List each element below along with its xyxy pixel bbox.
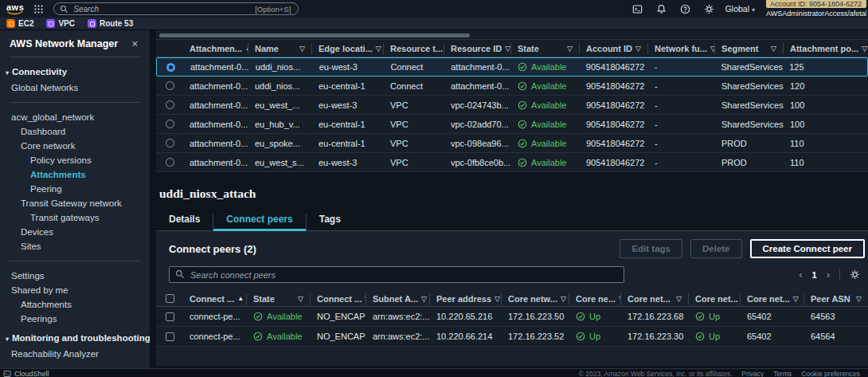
delete-button[interactable]: Delete <box>690 239 742 258</box>
settings-button[interactable] <box>704 4 714 14</box>
sidebar-item-devices[interactable]: Devices <box>0 225 150 239</box>
column-core-network-state-2[interactable]: Core net...▽ <box>689 293 741 304</box>
sidebar-item-attachments[interactable]: Attachments <box>0 167 150 182</box>
column-attachment-policy[interactable]: Attachment po...▽ <box>784 43 868 54</box>
column-segment[interactable]: Segment▽ <box>715 43 784 54</box>
cookie-preferences-link[interactable]: Cookie preferences <box>801 370 860 377</box>
next-page-icon[interactable]: › <box>827 269 830 281</box>
column-state[interactable]: State▽ <box>511 43 580 54</box>
column-peer-address[interactable]: Peer address▽ <box>430 293 502 304</box>
account-menu[interactable]: Account ID: 9054-1804-6272 AWSAdministra… <box>766 0 866 18</box>
notifications-button[interactable] <box>656 4 667 14</box>
table-row[interactable]: connect-pe... Available NO_ENCAP arn:aws… <box>156 307 868 327</box>
cloudshell-footer-button[interactable]: CloudShell <box>3 370 49 377</box>
previous-page-icon[interactable]: ‹ <box>799 269 802 281</box>
column-state[interactable]: State▽ <box>247 293 311 304</box>
filter-icon[interactable]: ▽ <box>635 45 641 53</box>
table-row[interactable]: connect-pe... Available NO_ENCAP arn:aws… <box>156 327 868 347</box>
favorite-ec2[interactable]: EC2 <box>6 19 33 28</box>
select-all-checkbox[interactable] <box>166 294 174 303</box>
column-connect-protocol[interactable]: Connect ...▽ <box>311 293 366 304</box>
filter-icon[interactable]: ▽ <box>495 295 500 303</box>
column-peer-asn[interactable]: Peer ASN▽ <box>804 293 868 304</box>
radio-unselected[interactable] <box>166 139 174 147</box>
edit-tags-button[interactable]: Edit tags <box>620 239 682 258</box>
region-selector[interactable]: Global▾ <box>725 4 755 14</box>
sidebar-section-monitoring[interactable]: ▾Monitoring and troubleshooting <box>0 331 150 347</box>
table-row[interactable]: attachment-0... eu_west_s... eu-west-3 V… <box>156 153 868 172</box>
filter-icon[interactable]: ▽ <box>567 45 573 53</box>
tab-details[interactable]: Details <box>156 214 213 230</box>
horizontal-scrollbar[interactable] <box>159 33 470 37</box>
favorite-route53[interactable]: Route 53 <box>88 19 133 28</box>
column-core-network-state-1[interactable]: Core ne...▽ <box>569 293 621 304</box>
sidebar-item-transit-gateway-network[interactable]: Transit Gateway network <box>0 196 150 210</box>
column-name[interactable]: Name▽ <box>248 43 312 54</box>
radio-unselected[interactable] <box>166 158 174 167</box>
sidebar-item-peering[interactable]: Peering <box>0 182 150 196</box>
table-row[interactable]: attachment-0... uddi_nios... eu-central-… <box>156 77 868 96</box>
favorite-vpc[interactable]: VPC <box>46 19 75 28</box>
sidebar-item-dashboard[interactable]: Dashboard <box>0 124 150 139</box>
column-resource-type[interactable]: Resource t...▽ <box>384 43 444 54</box>
sidebar-item-policy-versions[interactable]: Policy versions <box>0 153 150 167</box>
sidebar-item-reachability-analyzer[interactable]: Reachability Analyzer <box>0 347 150 361</box>
privacy-link[interactable]: Privacy <box>741 370 764 377</box>
column-attachment-id[interactable]: Attachmen...▲ <box>183 43 248 54</box>
column-resource-id[interactable]: Resource ID▽ <box>444 43 511 54</box>
table-row[interactable]: attachment-0... uddi_nios... eu-west-3 C… <box>156 57 868 77</box>
sidebar-section-connectivity[interactable]: ▾Connectivity <box>0 65 150 81</box>
help-button[interactable] <box>680 4 690 14</box>
column-subnet-arn[interactable]: Subnet A...▽ <box>366 293 430 304</box>
sidebar-item-settings[interactable]: Settings <box>0 269 150 283</box>
connect-peers-search-input[interactable] <box>169 266 624 283</box>
filter-icon[interactable]: ▽ <box>505 45 510 53</box>
table-row[interactable]: attachment-0... eu_west_... eu-west-3 VP… <box>156 96 868 115</box>
filter-icon[interactable]: ▽ <box>299 45 305 53</box>
terms-link[interactable]: Terms <box>773 370 792 377</box>
row-checkbox[interactable] <box>166 332 174 341</box>
row-checkbox[interactable] <box>166 312 174 321</box>
page-number[interactable]: 1 <box>812 270 817 280</box>
filter-icon[interactable]: ▽ <box>561 295 566 303</box>
filter-icon[interactable]: ▽ <box>856 295 862 303</box>
column-core-network-address[interactable]: Core netw...▽ <box>502 293 569 304</box>
column-account-id[interactable]: Account ID▽ <box>580 43 648 54</box>
filter-icon[interactable]: ▽ <box>421 295 427 303</box>
radio-unselected[interactable] <box>166 120 174 128</box>
filter-icon[interactable]: ▽ <box>862 45 867 53</box>
status-badge: Available <box>511 139 580 148</box>
sidebar-item-core-network[interactable]: Core network <box>0 139 150 153</box>
column-network-function[interactable]: Network fu...▽ <box>648 43 715 54</box>
sidebar-item-sites[interactable]: Sites <box>0 239 150 253</box>
sidebar-item-shared-by-me[interactable]: Shared by me <box>0 283 150 297</box>
radio-unselected[interactable] <box>166 100 174 109</box>
table-preferences-button[interactable] <box>850 269 860 280</box>
sidebar-item-transit-gateways[interactable]: Transit gateways <box>0 210 150 225</box>
column-core-network-asn[interactable]: Core net...▽ <box>741 293 804 304</box>
sidebar-item-shared-peerings[interactable]: Peerings <box>0 312 150 326</box>
services-menu-button[interactable] <box>33 4 44 14</box>
filter-icon[interactable]: ▽ <box>771 45 776 53</box>
radio-selected[interactable] <box>166 63 175 72</box>
tab-connect-peers[interactable]: Connect peers <box>213 214 306 230</box>
tab-tags[interactable]: Tags <box>307 214 354 230</box>
filter-icon[interactable]: ▽ <box>676 295 682 303</box>
column-connect-peer-id[interactable]: Connect ...▲ <box>183 293 247 304</box>
filter-icon[interactable]: ▽ <box>298 295 303 303</box>
table-row[interactable]: attachment-0... eu_spoke... eu-central-1… <box>156 134 868 153</box>
radio-unselected[interactable] <box>166 81 174 90</box>
sidebar-item-shared-attachments[interactable]: Attachments <box>0 297 150 312</box>
table-row[interactable]: attachment-0... eu_hub_v... eu-central-1… <box>156 115 868 134</box>
filter-icon[interactable]: ▽ <box>793 295 799 303</box>
filter-icon[interactable]: ▽ <box>376 45 381 53</box>
column-core-network-address-2[interactable]: Core net...▽ <box>621 293 689 304</box>
close-icon[interactable]: ✕ <box>131 39 139 49</box>
column-edge-location[interactable]: Edge locati...▽ <box>312 43 384 54</box>
create-connect-peer-button[interactable]: Create Connect peer <box>750 239 865 258</box>
sidebar-item-global-networks[interactable]: Global Networks <box>0 81 150 95</box>
gear-icon <box>850 269 860 280</box>
cloudshell-button[interactable] <box>632 4 643 14</box>
aws-logo[interactable]: aws <box>6 3 24 15</box>
sidebar-item-global-network-name[interactable]: acw_global_network <box>0 110 150 124</box>
